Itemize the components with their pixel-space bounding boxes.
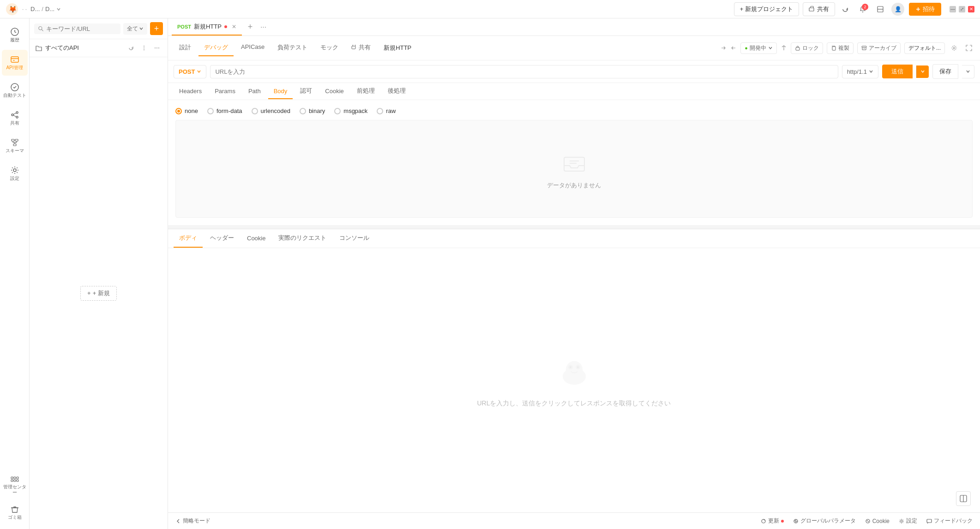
save-dropdown-button[interactable]	[962, 65, 974, 78]
sidebar-item-history[interactable]: 履歴	[2, 22, 28, 48]
tab-pre-process[interactable]: 前処理	[351, 83, 380, 100]
simple-mode-button[interactable]: 簡略モード	[175, 517, 210, 525]
titlebar-dots: · ·	[22, 6, 27, 12]
copy-button[interactable]: 複製	[827, 42, 854, 54]
maximize-button[interactable]: ⤢	[959, 6, 965, 12]
default-select[interactable]: デフォルト...	[904, 42, 945, 54]
share-button[interactable]: 共有	[803, 2, 835, 16]
tab-design[interactable]: 設計	[174, 40, 197, 56]
layout-toggle-icon	[960, 495, 967, 502]
lock-icon	[795, 45, 800, 51]
radio-none-dot	[177, 110, 180, 113]
new-project-button[interactable]: + 新規プロジェクト	[734, 2, 799, 16]
method-select[interactable]: POST	[174, 65, 206, 78]
breadcrumb: D... / D...	[30, 6, 730, 12]
send-dropdown-button[interactable]	[916, 65, 929, 78]
tab-loadtest[interactable]: 負荷テスト	[272, 40, 313, 56]
search-input[interactable]	[46, 25, 117, 32]
body-type-raw[interactable]: raw	[377, 107, 396, 114]
tab-share[interactable]: 共有	[346, 40, 376, 56]
svg-point-34	[144, 49, 144, 50]
tab-unsaved-dot	[224, 25, 227, 28]
radio-raw-circle	[377, 108, 383, 114]
resp-tab-header[interactable]: ヘッダー	[204, 229, 240, 248]
protocol-select[interactable]: http/1.1	[842, 65, 878, 78]
sidebar-item-share[interactable]: 共有	[2, 105, 28, 131]
tab-apicase[interactable]: APICase	[235, 40, 270, 56]
sidebar-item-admin[interactable]: 管理センター	[2, 472, 28, 498]
invite-button[interactable]: 招待	[909, 3, 941, 16]
expand-top-button[interactable]	[963, 42, 974, 53]
body-type-form-data[interactable]: form-data	[207, 107, 242, 114]
resp-tab-cookie[interactable]: Cookie	[241, 230, 271, 247]
minimize-button[interactable]: —	[950, 6, 956, 12]
lock-button[interactable]: ロック	[791, 42, 823, 54]
sidebar-item-schema[interactable]: スキーマ	[2, 133, 28, 159]
arrow-back-icon	[730, 45, 737, 51]
refresh-panel-button[interactable]	[126, 43, 136, 53]
global-params-button[interactable]: グローバルパラメータ	[793, 517, 856, 525]
tab-close-button[interactable]: ✕	[232, 24, 236, 30]
share-icon	[809, 6, 815, 12]
search-bar: 全て +	[30, 18, 168, 39]
url-input[interactable]	[210, 65, 838, 78]
bottom-settings-button[interactable]: 設定	[899, 517, 917, 525]
refresh-button[interactable]	[839, 3, 852, 16]
sidebar-item-api[interactable]: API管理	[2, 50, 28, 76]
send-dropdown-icon	[920, 69, 925, 74]
tab-new-http[interactable]: POST 新規HTTP ✕	[172, 19, 242, 36]
add-api-button[interactable]: +	[150, 22, 163, 35]
save-button[interactable]: 保存	[932, 64, 958, 79]
tab-more-button[interactable]: ···	[259, 23, 268, 31]
archive-button[interactable]: アーカイブ	[857, 42, 901, 54]
tab-auth[interactable]: 認可	[295, 83, 318, 100]
resp-tab-console[interactable]: コンソール	[334, 229, 375, 248]
tab-method-badge: POST	[177, 24, 191, 30]
layout-button[interactable]	[874, 3, 887, 16]
notification-button[interactable]: 2	[856, 3, 869, 16]
feedback-button[interactable]: フィードバック	[926, 517, 973, 525]
tab-path[interactable]: Path	[243, 84, 266, 99]
user-avatar[interactable]: 👤	[891, 3, 904, 16]
close-button[interactable]: ✕	[968, 6, 974, 12]
svg-point-43	[953, 47, 955, 49]
tab-params[interactable]: Params	[209, 84, 241, 99]
bottom-settings-icon	[899, 518, 904, 524]
body-type-msgpack[interactable]: msgpack	[334, 107, 367, 114]
filter-select[interactable]: 全て	[123, 23, 147, 35]
tab-cookie[interactable]: Cookie	[319, 84, 349, 99]
body-type-binary[interactable]: binary	[300, 107, 325, 114]
body-type-urlencoded[interactable]: urlencoded	[252, 107, 290, 114]
bottom-cookie-button[interactable]: Cookie	[865, 518, 890, 524]
update-button[interactable]: 更新	[761, 517, 784, 525]
tab-debug[interactable]: デバッグ	[198, 40, 234, 56]
config-icon[interactable]	[781, 45, 787, 51]
settings-top-button[interactable]	[949, 42, 960, 53]
svg-rect-16	[12, 139, 14, 141]
tab-mock[interactable]: モック	[315, 40, 344, 56]
resp-tab-body[interactable]: ボディ	[174, 229, 203, 248]
tab-add-button[interactable]: +	[244, 21, 257, 34]
tab-body[interactable]: Body	[268, 84, 293, 99]
sidebar-item-autotest[interactable]: 自動テスト	[2, 77, 28, 103]
more-panel-button[interactable]	[152, 43, 162, 53]
tab-post-process[interactable]: 後処理	[382, 83, 411, 100]
body-type-none[interactable]: none	[175, 107, 198, 114]
svg-point-36	[156, 48, 157, 48]
sidebar-item-settings[interactable]: 設定	[2, 160, 28, 186]
tab-headers[interactable]: Headers	[174, 84, 207, 99]
new-api-button[interactable]: + + 新規	[80, 286, 117, 301]
send-button[interactable]: 送信	[882, 65, 913, 78]
sidebar-item-trash[interactable]: ゴミ箱	[2, 499, 28, 525]
env-select[interactable]: ● 開発中	[740, 42, 777, 54]
layout-toggle-button[interactable]	[956, 491, 971, 506]
resp-tab-actual-request[interactable]: 実際のリクエスト	[273, 229, 332, 248]
chevron-left-icon	[175, 518, 181, 524]
breadcrumb-part2: D...	[45, 6, 61, 12]
svg-point-55	[762, 519, 765, 523]
svg-point-12	[12, 114, 13, 116]
share-tab-icon	[351, 45, 357, 50]
svg-line-31	[42, 30, 43, 31]
sort-panel-button[interactable]	[139, 43, 149, 53]
breadcrumb-part1[interactable]: D...	[30, 6, 40, 12]
